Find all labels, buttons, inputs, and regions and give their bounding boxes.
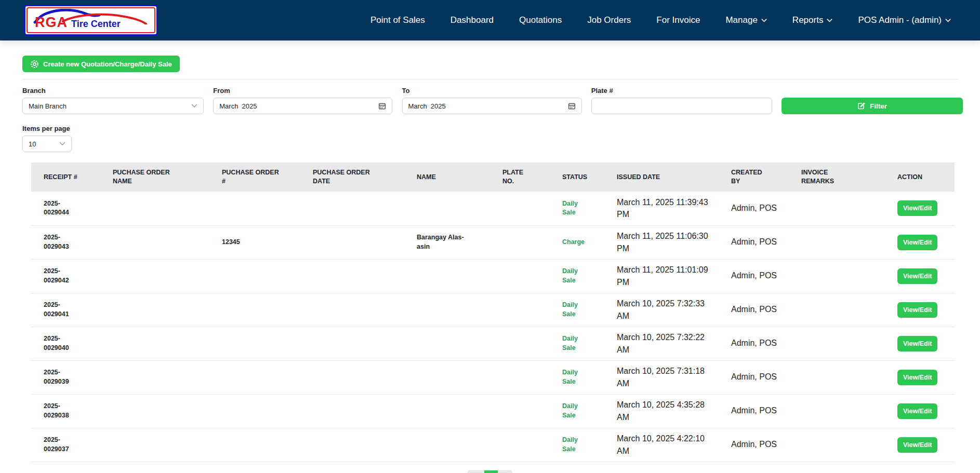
col-action: ACTION bbox=[891, 163, 955, 192]
cell-status: Daily Sale bbox=[556, 192, 611, 225]
cell-po-name bbox=[107, 394, 216, 428]
nav-item-job-orders[interactable]: Job Orders bbox=[587, 15, 631, 25]
cell-po-date bbox=[307, 394, 410, 428]
cell-created-by: Admin, POS bbox=[725, 225, 795, 259]
cell-plate-no bbox=[496, 428, 556, 462]
cell-po-number bbox=[216, 428, 307, 462]
cell-created-by: Admin, POS bbox=[725, 192, 795, 225]
view-edit-button[interactable]: View/Edit bbox=[897, 302, 937, 318]
cell-status: Daily Sale bbox=[556, 360, 611, 394]
branch-label: Branch bbox=[22, 87, 204, 96]
table-row: 2025-0029042Daily SaleMarch 11, 2025 11:… bbox=[31, 259, 955, 293]
nav-item-label: POS Admin - (admin) bbox=[858, 15, 942, 25]
plate-input-wrap bbox=[591, 98, 772, 114]
cell-po-number bbox=[216, 259, 307, 293]
cell-plate-no bbox=[496, 394, 556, 428]
cell-plate-no bbox=[496, 259, 556, 293]
from-field: From March 2025 bbox=[213, 87, 392, 114]
cell-invoice-remarks bbox=[795, 360, 891, 394]
view-edit-button[interactable]: View/Edit bbox=[897, 437, 937, 453]
view-edit-button[interactable]: View/Edit bbox=[897, 403, 937, 419]
table-row: 2025-002904312345Barangay Alas-asinCharg… bbox=[31, 225, 955, 259]
cell-created-by: Admin, POS bbox=[725, 394, 795, 428]
cell-status: Charge bbox=[556, 225, 611, 259]
pagination-current-page[interactable] bbox=[484, 470, 498, 473]
cell-po-name bbox=[107, 293, 216, 327]
cell-status: Daily Sale bbox=[556, 327, 611, 360]
nav-item-label: Dashboard bbox=[451, 15, 494, 25]
plate-input[interactable] bbox=[598, 102, 766, 110]
cell-po-date bbox=[307, 192, 410, 225]
nav-menu: Point of SalesDashboardQuotationsJob Ord… bbox=[370, 15, 951, 25]
col-name: NAME bbox=[410, 163, 496, 192]
view-edit-button[interactable]: View/Edit bbox=[897, 235, 937, 250]
nav-item-manage[interactable]: Manage bbox=[725, 15, 766, 25]
cell-receipt: 2025-0029038 bbox=[31, 394, 107, 428]
cell-receipt: 2025-0029042 bbox=[31, 259, 107, 293]
pagination-next-button[interactable] bbox=[498, 470, 512, 473]
cell-action: View/Edit bbox=[891, 360, 955, 394]
nav-item-point-of-sales[interactable]: Point of Sales bbox=[370, 15, 425, 25]
cell-po-date bbox=[307, 360, 410, 394]
nav-item-label: For Invoice bbox=[656, 15, 700, 25]
filter-button[interactable]: Filter bbox=[782, 98, 963, 114]
to-month-input[interactable]: March 2025 bbox=[402, 98, 582, 114]
items-per-page-field: Items per page 10 bbox=[22, 125, 980, 152]
gear-icon bbox=[30, 60, 39, 69]
cell-name: Barangay Alas-asin bbox=[410, 225, 496, 259]
from-month-input[interactable]: March 2025 bbox=[213, 98, 392, 114]
cell-issued-date: March 10, 2025 7:32:22 AM bbox=[611, 327, 725, 360]
view-edit-button[interactable]: View/Edit bbox=[897, 370, 937, 385]
cell-issued-date: March 11, 2025 11:39:43 PM bbox=[611, 192, 725, 225]
view-edit-button[interactable]: View/Edit bbox=[897, 200, 937, 216]
cell-invoice-remarks bbox=[795, 293, 891, 327]
pencil-square-icon bbox=[857, 102, 866, 110]
col-puchase-order: PUCHASE ORDER # bbox=[216, 163, 307, 192]
cell-status: Daily Sale bbox=[556, 293, 611, 327]
items-per-page-select[interactable]: 10 bbox=[22, 136, 72, 152]
cell-action: View/Edit bbox=[891, 428, 955, 462]
create-quotation-button[interactable]: Create new Quotation/Charge/Daily Sale bbox=[22, 56, 180, 72]
cell-name bbox=[410, 259, 496, 293]
pagination bbox=[468, 470, 512, 473]
view-edit-button[interactable]: View/Edit bbox=[897, 268, 937, 284]
cell-receipt: 2025-0029039 bbox=[31, 360, 107, 394]
nav-item-for-invoice[interactable]: For Invoice bbox=[656, 15, 700, 25]
table-row: 2025-0029039Daily SaleMarch 10, 2025 7:3… bbox=[31, 360, 955, 394]
cell-name bbox=[410, 192, 496, 225]
cell-invoice-remarks bbox=[795, 259, 891, 293]
nav-item-label: Manage bbox=[725, 15, 757, 25]
cell-po-number bbox=[216, 360, 307, 394]
calendar-icon[interactable] bbox=[568, 102, 576, 110]
col-invoice-remarks: INVOICE REMARKS bbox=[795, 163, 891, 192]
branch-value: Main Branch bbox=[29, 102, 67, 110]
cell-po-name bbox=[107, 327, 216, 360]
brand-tire-center-text: Tire Center bbox=[71, 19, 121, 30]
view-edit-button[interactable]: View/Edit bbox=[897, 336, 937, 352]
cell-po-name bbox=[107, 192, 216, 225]
filter-button-label: Filter bbox=[870, 102, 887, 110]
to-label: To bbox=[402, 87, 582, 96]
cell-invoice-remarks bbox=[795, 327, 891, 360]
cell-po-number bbox=[216, 327, 307, 360]
cell-po-date bbox=[307, 327, 410, 360]
brand-logo[interactable]: RGA Tire Center bbox=[24, 5, 158, 36]
cell-invoice-remarks bbox=[795, 192, 891, 225]
cell-po-name bbox=[107, 428, 216, 462]
items-per-page-label: Items per page bbox=[22, 125, 980, 133]
cell-po-date bbox=[307, 293, 410, 327]
nav-item-label: Quotations bbox=[519, 15, 562, 25]
branch-select[interactable]: Main Branch bbox=[22, 98, 204, 114]
nav-item-quotations[interactable]: Quotations bbox=[519, 15, 562, 25]
calendar-icon[interactable] bbox=[378, 102, 386, 110]
pagination-prev-button[interactable] bbox=[468, 470, 484, 473]
cell-created-by: Admin, POS bbox=[725, 293, 795, 327]
nav-item-dashboard[interactable]: Dashboard bbox=[451, 15, 494, 25]
nav-item-pos-admin-admin[interactable]: POS Admin - (admin) bbox=[858, 15, 951, 25]
col-status: STATUS bbox=[556, 163, 611, 192]
nav-item-reports[interactable]: Reports bbox=[792, 15, 833, 25]
cell-action: View/Edit bbox=[891, 327, 955, 360]
filter-bar: Branch Main Branch From March 2025 To bbox=[22, 87, 963, 114]
nav-item-label: Reports bbox=[792, 15, 824, 25]
cell-action: View/Edit bbox=[891, 394, 955, 428]
